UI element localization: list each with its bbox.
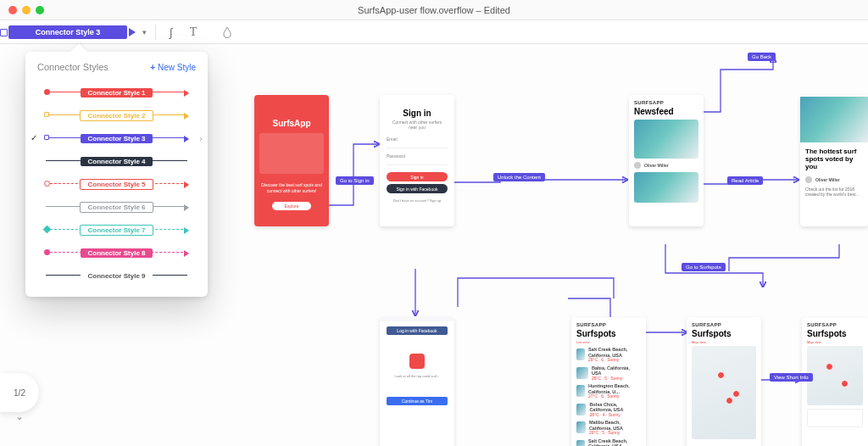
- screen-fb-signin[interactable]: Sign in with Facebook Log in with Facebo…: [380, 317, 454, 446]
- spot-row[interactable]: Salt Creek Beach, California, USA29°C · …: [576, 347, 641, 363]
- view-mode[interactable]: Map view: [692, 340, 756, 344]
- article-hero: [800, 97, 868, 142]
- screen-newsfeed[interactable]: List of Articles. SURFSAPP Newsfeed Oliv…: [629, 95, 704, 226]
- spot-row[interactable]: Bahia, California, USA28°C · 5 · Sunny: [576, 365, 641, 382]
- screen-signin[interactable]: Sign in Sign in Connect with other surfe…: [380, 95, 454, 226]
- window-titlebar: SurfsApp-user flow.overflow – Edited: [0, 0, 868, 20]
- map-view[interactable]: [807, 346, 863, 405]
- brand-header: SURFSAPP: [571, 317, 646, 329]
- signin-button[interactable]: Sign in: [387, 172, 448, 181]
- spot-meta: Bolsa Chica, California, USA28°C · 4 · S…: [589, 402, 641, 418]
- map-pin-icon[interactable]: [826, 363, 833, 371]
- close-icon[interactable]: [8, 6, 17, 14]
- chevron-down-icon: ▾: [142, 28, 147, 36]
- connector-label[interactable]: Go to Surfspots: [682, 263, 726, 271]
- water-drop-icon[interactable]: [220, 25, 234, 39]
- traffic-lights: [8, 6, 44, 14]
- toolbar: Connector Style 3 ▾ ∫ T: [0, 20, 868, 44]
- section-title: Newsfeed: [629, 107, 704, 118]
- connector-style-option[interactable]: Connector Style 4: [25, 149, 208, 172]
- maximize-icon[interactable]: [36, 6, 44, 14]
- map-pin-icon[interactable]: [841, 380, 849, 387]
- spot-row[interactable]: Malibu Beach, California, USA26°C · 5 · …: [576, 420, 641, 436]
- app-title: SurfsApp: [254, 95, 329, 128]
- spot-meta: Salt Creek Beach, California, USA29°C · …: [588, 438, 641, 447]
- connector-label[interactable]: View Short Info: [770, 373, 813, 382]
- connector-label[interactable]: Unlock the Content: [493, 173, 545, 181]
- connector-style-option[interactable]: Connector Style 7: [25, 218, 208, 241]
- view-mode[interactable]: List view: [576, 340, 641, 344]
- spot-thumb: [576, 421, 586, 433]
- curve-tool-icon[interactable]: ∫: [164, 25, 178, 39]
- signup-link[interactable]: Don't have an account? Sign up: [380, 198, 454, 203]
- view-mode[interactable]: Map view: [807, 340, 863, 344]
- separator: [155, 25, 156, 40]
- continue-button[interactable]: Continue as Tim: [387, 397, 448, 405]
- spot-thumb: [576, 367, 588, 379]
- section-title: Surfspots: [687, 329, 761, 340]
- author-row: Oliver Miller: [634, 162, 698, 169]
- app-icon: [409, 354, 425, 369]
- page-label: 1/2: [14, 388, 25, 398]
- map-view[interactable]: [692, 346, 756, 439]
- article-title: The hottest surf spots voted by you: [800, 144, 868, 173]
- brand-header: SURFSAPP: [687, 317, 761, 329]
- document-title: SurfsApp-user flow.overflow – Edited: [358, 5, 510, 15]
- article-hero: [634, 120, 698, 159]
- style-label: Connector Style 8: [81, 248, 152, 258]
- style-label: Connector Style 5: [80, 179, 153, 190]
- spot-thumb: [576, 385, 585, 397]
- spot-meta: Huntington Beach, California, U...27°C ·…: [588, 383, 641, 399]
- connector-label[interactable]: Go to Sign in: [336, 176, 374, 185]
- spot-row[interactable]: Bolsa Chica, California, USA28°C · 4 · S…: [576, 402, 641, 418]
- spot-meta: Bahia, California, USA28°C · 5 · Sunny: [592, 365, 641, 382]
- text-tool-icon[interactable]: T: [186, 25, 200, 39]
- author-row: Oliver Miller: [805, 176, 863, 183]
- spot-row[interactable]: Huntington Beach, California, U...27°C ·…: [576, 383, 641, 399]
- spot-thumb: [576, 440, 585, 446]
- screen-surfspots-map[interactable]: Surfspots - Map SURFSAPP Surfspots Map v…: [687, 317, 761, 446]
- connector-style-option[interactable]: Connector Style 2: [25, 103, 208, 126]
- section-title: Surfspots: [571, 329, 646, 340]
- spot-row[interactable]: Salt Creek Beach, California, USA29°C · …: [576, 438, 641, 447]
- connector-style-option[interactable]: ✓›Connector Style 3: [25, 126, 208, 149]
- article-hero: [634, 172, 698, 203]
- chevron-right-icon: ›: [199, 133, 203, 143]
- map-pin-icon[interactable]: [726, 397, 733, 404]
- map-pin-icon[interactable]: [717, 371, 725, 379]
- popover-title: Connector Styles: [37, 62, 108, 72]
- fb-permission-text: Look at all the top rated surf...: [380, 374, 454, 378]
- screen-article[interactable]: Single Article The hottest surf spots vo…: [800, 95, 868, 226]
- connector-style-option[interactable]: Connector Style 9: [25, 264, 208, 287]
- author-name: Oliver Miller: [644, 163, 669, 168]
- brand-header: SURFSAPP: [629, 95, 704, 107]
- fb-login-button[interactable]: Log in with Facebook: [387, 326, 448, 335]
- avatar-icon: [805, 176, 812, 183]
- screen-spot-short[interactable]: Spot - Short info SURFSAPP Surfspots Map…: [802, 317, 868, 446]
- connector-style-dropdown[interactable]: Connector Style 3 ▾: [8, 25, 147, 39]
- email-field[interactable]: Email: [387, 137, 448, 148]
- signin-subtitle: Connect with other surfers near you: [380, 118, 454, 131]
- style-label: Connector Style 1: [81, 88, 152, 98]
- author-name: Oliver Miller: [815, 177, 840, 182]
- connector-style-option[interactable]: Connector Style 5: [25, 172, 208, 195]
- connector-style-option[interactable]: Connector Style 1: [25, 81, 208, 103]
- connector-label[interactable]: Read Article: [727, 176, 763, 185]
- page-indicator[interactable]: 1/2: [0, 373, 39, 412]
- style-label: Connector Style 9: [81, 271, 152, 281]
- avatar-icon: [634, 162, 641, 169]
- screen-surfspots-list[interactable]: Surfspots - List SURFSAPP Surfspots List…: [571, 317, 646, 446]
- explore-button[interactable]: Explore: [272, 202, 311, 210]
- signin-facebook-button[interactable]: Sign in with Facebook: [387, 184, 448, 193]
- screen-welcome[interactable]: Welcome Screen SurfsApp Discover the bes…: [254, 95, 329, 226]
- connector-style-option[interactable]: Connector Style 8: [25, 241, 208, 264]
- chevron-down-icon[interactable]: ⌄: [15, 410, 24, 422]
- spot-card[interactable]: [807, 409, 863, 427]
- section-title: Surfspots: [802, 329, 868, 340]
- new-style-button[interactable]: New Style: [150, 63, 196, 72]
- map-pin-icon[interactable]: [732, 390, 740, 398]
- connector-style-option[interactable]: Connector Style 6: [25, 195, 208, 218]
- password-field[interactable]: Password: [387, 153, 448, 165]
- minimize-icon[interactable]: [22, 6, 31, 14]
- connector-label[interactable]: Go Back: [748, 53, 776, 61]
